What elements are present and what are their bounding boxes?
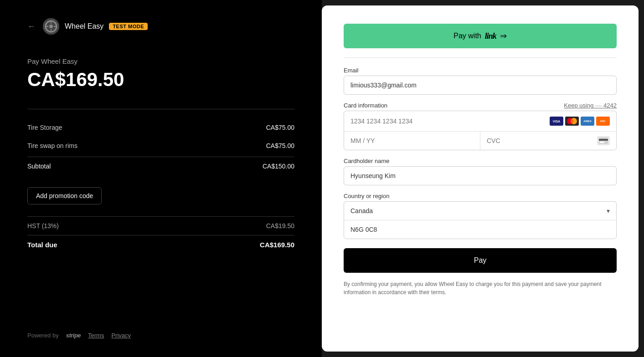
pay-label: Pay Wheel Easy (27, 57, 294, 65)
link-logo: link (485, 31, 496, 41)
country-zip-wrapper: Canada ▾ (344, 201, 617, 239)
card-info-wrapper: VISA AMEX DISC (344, 111, 617, 150)
privacy-link[interactable]: Privacy (111, 332, 131, 339)
cardholder-field-group: Cardholder name (344, 158, 617, 185)
line-items: Tire Storage CA$75.00 Tire swap on rims … (27, 109, 294, 254)
powered-by-label: Powered by (27, 332, 59, 339)
left-panel: ← Wheel Easy TEST MODE Pay Wheel Easy CA… (0, 0, 322, 357)
hst-label: HST (13%) (27, 222, 59, 230)
total-amount: CA$169.50 (260, 241, 294, 249)
subtotal-amount: CA$150.00 (263, 163, 294, 170)
line-item-amount: CA$75.00 (266, 124, 294, 131)
line-item-amount: CA$75.00 (266, 142, 294, 149)
hst-amount: CA$19.50 (266, 222, 294, 230)
link-arrow-icon: ⇒ (500, 31, 507, 41)
svg-rect-12 (600, 142, 604, 143)
mastercard-icon (565, 117, 579, 126)
country-value: Canada (350, 207, 607, 214)
country-label: Country or region (344, 193, 617, 199)
terms-link[interactable]: Terms (88, 332, 104, 339)
card-expiry-cvc-row (344, 132, 616, 150)
email-field-group: Email (344, 67, 617, 95)
right-panel: Pay with link ⇒ Email Card information K… (322, 5, 639, 352)
total-label: Total due (27, 241, 57, 249)
country-select-row[interactable]: Canada ▾ (344, 202, 616, 220)
footer: Powered by stripe Terms Privacy (27, 314, 294, 339)
amount-display: CA$169.50 (27, 69, 294, 91)
discover-icon: DISC (596, 117, 610, 126)
email-label: Email (344, 67, 617, 74)
card-number-row: VISA AMEX DISC (344, 111, 616, 132)
add-promo-button[interactable]: Add promotion code (27, 187, 102, 204)
cvc-icon (597, 136, 610, 145)
merchant-logo (43, 18, 59, 35)
card-info-label: Card information (344, 102, 387, 109)
amex-icon: AMEX (581, 117, 594, 126)
line-item-tire-swap: Tire swap on rims CA$75.00 (27, 137, 294, 155)
merchant-name: Wheel Easy (65, 22, 103, 31)
stripe-label: stripe (66, 332, 81, 339)
line-item-tire-storage: Tire Storage CA$75.00 (27, 118, 294, 137)
pay-with-link-text: Pay with (453, 32, 481, 40)
visa-icon: VISA (550, 117, 563, 126)
hst-row: HST (13%) CA$19.50 (27, 216, 294, 235)
pay-with-link-button[interactable]: Pay with link ⇒ (344, 24, 617, 48)
line-item-label: Tire Storage (27, 124, 62, 131)
back-arrow-icon[interactable]: ← (27, 22, 36, 31)
card-info-label-row: Card information Keep using ···· 4242 (344, 102, 617, 109)
cardholder-name-input[interactable] (344, 166, 617, 185)
card-icons: VISA AMEX DISC (550, 117, 610, 126)
country-field-group: Country or region Canada ▾ (344, 193, 617, 239)
email-input[interactable] (344, 76, 617, 95)
card-info-field-group: Card information Keep using ···· 4242 VI… (344, 102, 617, 150)
card-expiry-input[interactable] (344, 132, 480, 150)
consent-text: By confirming your payment, you allow Wh… (344, 280, 617, 296)
keep-using-link[interactable]: Keep using ···· 4242 (564, 102, 617, 109)
divider (344, 57, 617, 58)
header: ← Wheel Easy TEST MODE (27, 18, 294, 35)
card-cvc-row (480, 132, 616, 150)
line-item-label: Tire swap on rims (27, 142, 77, 149)
pay-button[interactable]: Pay (344, 248, 617, 273)
svg-rect-11 (599, 139, 608, 141)
svg-point-2 (49, 25, 53, 28)
subtotal-row: Subtotal CA$150.00 (27, 157, 294, 175)
card-number-input[interactable] (350, 117, 546, 125)
subtotal-label: Subtotal (27, 163, 51, 170)
zip-input[interactable] (344, 220, 616, 239)
card-cvc-input[interactable] (487, 137, 593, 144)
cardholder-label: Cardholder name (344, 158, 617, 164)
total-row: Total due CA$169.50 (27, 235, 294, 254)
chevron-down-icon: ▾ (607, 207, 610, 214)
test-mode-badge: TEST MODE (109, 23, 148, 30)
